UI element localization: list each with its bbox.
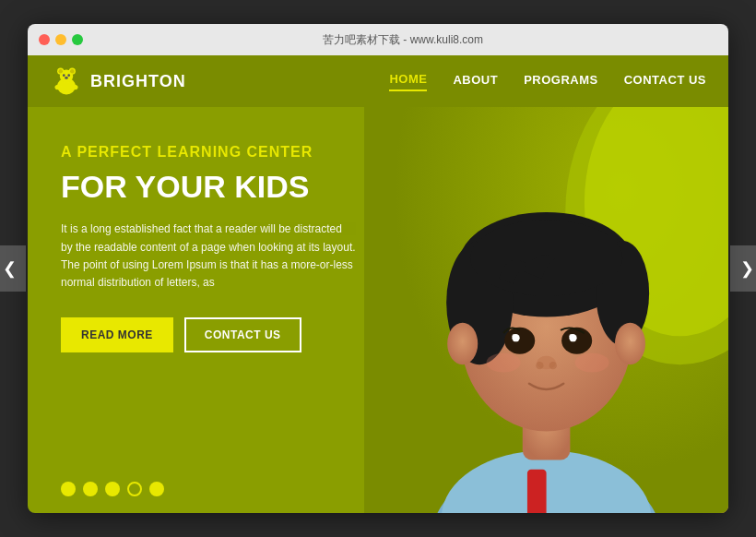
nav-link-about[interactable]: ABOUT: [453, 73, 498, 90]
logo-text: BRIGHTON: [90, 72, 186, 91]
svg-point-24: [561, 328, 592, 354]
logo-icon: [50, 65, 83, 98]
hero-left: A PERFECT LEARNING CENTER FOR YOUR KIDS …: [28, 107, 413, 513]
slide-arrow-right[interactable]: ❯: [730, 245, 756, 292]
hero-title: FOR YOUR KIDS: [61, 170, 380, 204]
child-face-illustration: [364, 107, 728, 513]
contact-us-button[interactable]: CONTACT US: [184, 317, 301, 352]
svg-rect-16: [527, 470, 547, 513]
nav-link-programs[interactable]: PROGRAMS: [524, 73, 598, 90]
svg-point-30: [536, 362, 543, 369]
read-more-button[interactable]: READ MORE: [61, 317, 173, 352]
svg-point-34: [447, 323, 478, 364]
svg-point-8: [65, 77, 68, 79]
browser-outer: ❮ ❯ 苦力吧素材下载 - www.kuli8.com: [28, 24, 728, 513]
traffic-light-red[interactable]: [39, 34, 50, 45]
svg-point-23: [504, 328, 535, 354]
indicator-5[interactable]: [149, 482, 164, 496]
traffic-light-green[interactable]: [72, 34, 83, 45]
hero-section: A PERFECT LEARNING CENTER FOR YOUR KIDS …: [28, 107, 728, 513]
traffic-light-yellow[interactable]: [55, 34, 66, 45]
svg-point-32: [486, 353, 520, 373]
hero-subtitle: A PERFECT LEARNING CENTER: [61, 144, 380, 161]
browser-window: 苦力吧素材下载 - www.kuli8.com: [28, 24, 728, 513]
nav-link-contact[interactable]: CONTACT US: [624, 73, 706, 90]
nav-links: HOME ABOUT PROGRAMS CONTACT US: [389, 72, 706, 91]
svg-point-7: [67, 74, 70, 77]
slide-indicators: [61, 482, 164, 496]
browser-titlebar: 苦力吧素材下载 - www.kuli8.com: [28, 24, 728, 55]
svg-point-4: [58, 69, 62, 74]
hero-buttons: READ MORE CONTACT US: [61, 317, 380, 352]
indicator-3[interactable]: [105, 482, 120, 496]
svg-point-27: [512, 334, 515, 338]
hero-image-bg: [364, 107, 728, 513]
indicator-2[interactable]: [83, 482, 98, 496]
nav-link-home[interactable]: HOME: [389, 72, 427, 91]
svg-point-35: [615, 323, 645, 364]
indicator-4[interactable]: [127, 482, 142, 496]
browser-content: BRIGHTON HOME ABOUT PROGRAMS CONTACT US …: [28, 55, 728, 513]
svg-point-33: [574, 353, 608, 373]
slide-arrow-left[interactable]: ❮: [0, 245, 26, 292]
svg-point-5: [70, 69, 75, 74]
navbar: BRIGHTON HOME ABOUT PROGRAMS CONTACT US: [28, 55, 728, 107]
svg-point-6: [63, 74, 65, 77]
svg-point-31: [549, 362, 557, 369]
browser-title: 苦力吧素材下载 - www.kuli8.com: [89, 32, 717, 48]
hero-description: It is a long established fact that a rea…: [61, 221, 356, 292]
logo-area: BRIGHTON: [50, 65, 389, 98]
indicator-1[interactable]: [61, 482, 76, 496]
hero-image-area: [364, 107, 728, 513]
svg-point-28: [569, 334, 573, 338]
